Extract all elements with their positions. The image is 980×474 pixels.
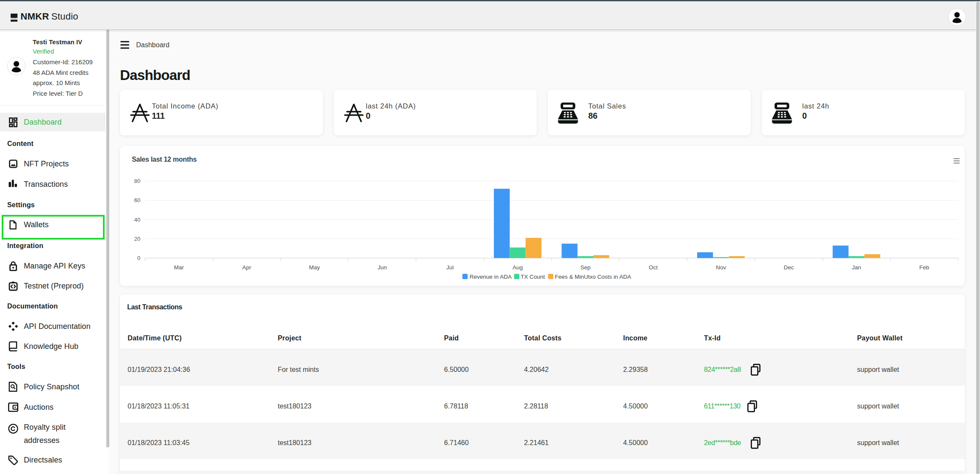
svg-text:0: 0 [137, 255, 140, 261]
svg-text:20: 20 [134, 236, 140, 242]
svg-text:Revenue in ADA: Revenue in ADA [470, 274, 512, 280]
svg-text:60: 60 [134, 197, 140, 203]
svg-text:Sep: Sep [580, 264, 590, 271]
svg-text:Dec: Dec [783, 264, 794, 271]
svg-text:TX Count: TX Count [521, 274, 545, 280]
svg-text:Oct: Oct [649, 264, 658, 271]
svg-text:80: 80 [134, 178, 140, 184]
svg-text:Nov: Nov [716, 264, 726, 271]
svg-text:Fees & MinUtxo Costs in ADA: Fees & MinUtxo Costs in ADA [555, 274, 631, 280]
svg-text:Jun: Jun [378, 264, 387, 271]
svg-text:Jan: Jan [852, 264, 861, 271]
svg-text:40: 40 [134, 217, 140, 223]
svg-text:Apr: Apr [242, 264, 251, 271]
svg-text:Feb: Feb [919, 264, 929, 271]
svg-text:Jul: Jul [446, 264, 453, 271]
svg-text:Aug: Aug [513, 264, 523, 271]
svg-text:May: May [309, 264, 320, 271]
svg-text:Mar: Mar [174, 264, 184, 271]
